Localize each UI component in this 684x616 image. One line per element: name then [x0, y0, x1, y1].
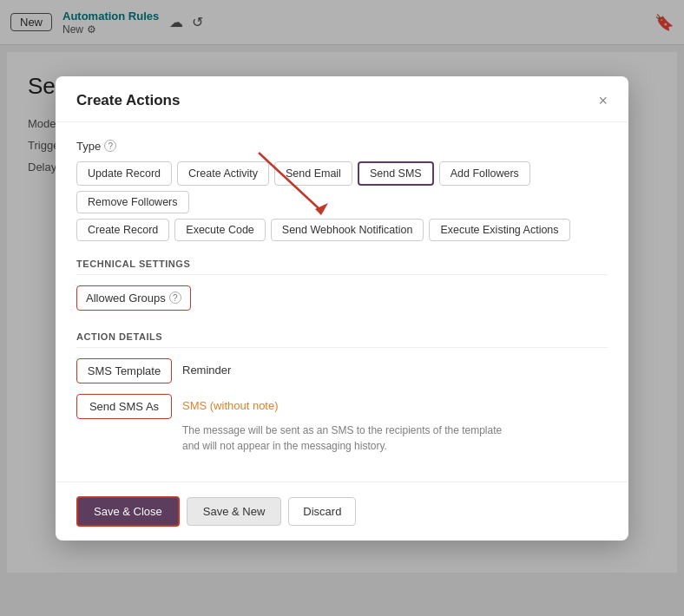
action-details-title: ACTION DETAILS [76, 331, 608, 348]
modal-header: Create Actions × [56, 76, 628, 122]
modal-overlay: Create Actions × Type ? Update Record Cr… [0, 0, 684, 616]
type-label: Type ? [76, 140, 608, 153]
sms-template-value: Reminder [182, 358, 231, 382]
technical-settings-title: TECHNICAL SETTINGS [76, 259, 608, 275]
allowed-groups-container: Allowed Groups ? [76, 285, 608, 314]
allowed-groups-help-icon[interactable]: ? [169, 292, 181, 304]
type-btn-create-record[interactable]: Create Record [76, 219, 169, 241]
send-sms-as-value-group: SMS (without note) The message will be s… [182, 394, 512, 454]
type-btn-send-email[interactable]: Send Email [274, 161, 352, 186]
discard-button[interactable]: Discard [288, 497, 356, 526]
type-btn-update-record[interactable]: Update Record [76, 161, 172, 186]
allowed-groups-label: Allowed Groups [86, 292, 166, 305]
type-btn-send-sms[interactable]: Send SMS [358, 161, 434, 186]
modal-close-button[interactable]: × [598, 93, 608, 108]
modal-body: Type ? Update Record Create Activity Sen… [56, 122, 628, 482]
sms-note: The message will be sent as an SMS to th… [182, 423, 512, 454]
save-close-button[interactable]: Save & Close [76, 496, 180, 527]
type-btn-add-followers[interactable]: Add Followers [439, 161, 530, 186]
type-buttons-row2: Create Record Execute Code Send Webhook … [76, 219, 608, 241]
send-sms-as-value: SMS (without note) [182, 394, 512, 417]
type-buttons-row1: Update Record Create Activity Send Email… [76, 161, 608, 213]
send-sms-as-row: Send SMS As SMS (without note) The messa… [76, 394, 608, 454]
modal-title: Create Actions [76, 92, 180, 109]
type-section: Type ? Update Record Create Activity Sen… [76, 140, 608, 241]
send-sms-as-label[interactable]: Send SMS As [76, 394, 172, 419]
type-btn-execute-code[interactable]: Execute Code [174, 219, 266, 241]
type-btn-remove-followers[interactable]: Remove Followers [76, 191, 189, 213]
save-new-button[interactable]: Save & New [187, 497, 282, 526]
modal-footer: Save & Close Save & New Discard [56, 482, 628, 541]
type-btn-send-webhook[interactable]: Send Webhook Notification [271, 219, 424, 241]
sms-template-label[interactable]: SMS Template [76, 358, 172, 383]
modal: Create Actions × Type ? Update Record Cr… [56, 76, 628, 541]
sms-template-row: SMS Template Reminder [76, 358, 608, 383]
type-help-icon[interactable]: ? [104, 140, 116, 152]
allowed-groups-field[interactable]: Allowed Groups ? [76, 285, 191, 311]
type-btn-execute-actions[interactable]: Execute Existing Actions [429, 219, 569, 241]
type-btn-create-activity[interactable]: Create Activity [177, 161, 269, 186]
